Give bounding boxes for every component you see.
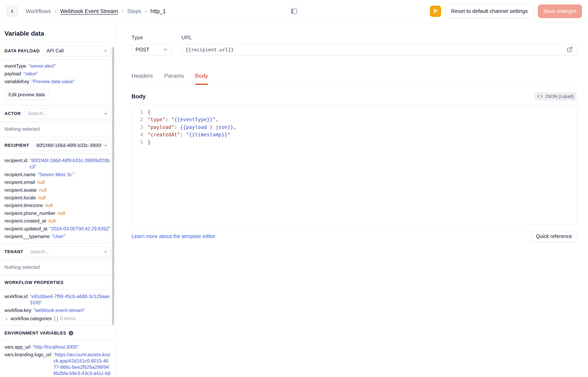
tenant-empty-state: Nothing selected bbox=[0, 260, 116, 275]
variable-row: recipient.email null bbox=[0, 178, 116, 186]
variable-row: recipient.created_at null bbox=[0, 217, 116, 225]
method-selected-value: POST bbox=[136, 47, 150, 53]
info-icon[interactable] bbox=[69, 331, 73, 336]
url-input[interactable]: {{recipient.url}} bbox=[181, 44, 576, 55]
variable-row: eventType "server:alert" bbox=[0, 62, 116, 70]
chevron-down-icon bbox=[104, 112, 108, 116]
variable-data-sidebar: Variable data DATA PAYLOAD API Call even… bbox=[0, 23, 116, 377]
url-label: URL bbox=[181, 35, 576, 41]
breadcrumb-webhook-event-stream[interactable]: Webhook Event Stream bbox=[60, 8, 118, 14]
variable-key: recipient.avatar bbox=[5, 187, 37, 193]
data-payload-select[interactable]: API Call bbox=[43, 46, 111, 56]
variable-key: workflow.id bbox=[5, 294, 28, 300]
data-payload-label: DATA PAYLOAD bbox=[5, 48, 40, 54]
toggle-sidebar-button[interactable] bbox=[288, 6, 300, 17]
variable-value: null bbox=[48, 218, 111, 224]
variable-value: null bbox=[37, 179, 111, 186]
data-payload-variables: eventType "server:alert" payload "value"… bbox=[0, 60, 116, 88]
variable-key: workflow.key bbox=[5, 307, 31, 314]
workflow-variables: workflow.id "e91ddae4-7f99-45cb-a688-3c1… bbox=[0, 290, 116, 317]
code-editor[interactable]: 1{2"type": "{{eventType}}",3"payload": {… bbox=[131, 105, 577, 225]
app-window: Workflows › Webhook Event Stream › Steps… bbox=[0, 0, 588, 377]
variable-key: eventType bbox=[5, 63, 26, 69]
variable-row: variableKey "Preview data value" bbox=[0, 78, 116, 85]
topbar-actions: Ρ Reset to default channel settings Save… bbox=[430, 4, 582, 18]
variable-key: recipient.timezone bbox=[5, 202, 43, 209]
variable-value: "http://localhost:3000" bbox=[33, 344, 111, 350]
variable-row: vars.app_url "http://localhost:3000" bbox=[0, 343, 116, 351]
tab-body[interactable]: Body bbox=[195, 73, 208, 84]
workflow-properties-label: WORKFLOW PROPERTIES bbox=[5, 280, 64, 285]
breadcrumb-separator: › bbox=[122, 8, 123, 14]
variable-key: recipient.updated_at bbox=[5, 226, 47, 232]
chevron-down-icon bbox=[163, 47, 168, 52]
variable-row: workflow.id "e91ddae4-7f99-45cb-a688-3c1… bbox=[0, 293, 116, 306]
variable-row: recipient.phone_number null bbox=[0, 210, 116, 217]
tab-params[interactable]: Params bbox=[164, 73, 184, 84]
workflow-categories-row[interactable]: workflow.categories [ ] 0 items bbox=[0, 315, 116, 325]
variable-key: recipient.locale bbox=[5, 195, 36, 201]
back-button[interactable] bbox=[6, 5, 18, 17]
breadcrumb-workflows[interactable]: Workflows bbox=[26, 8, 51, 14]
request-tabs: Headers Params Body bbox=[131, 73, 577, 84]
external-link-icon[interactable] bbox=[567, 47, 573, 53]
variable-value: null bbox=[38, 195, 111, 201]
variable-row: recipient.updated_at "2024-03-05T00:42:2… bbox=[0, 225, 116, 233]
data-payload-selected-value: API Call bbox=[47, 48, 101, 54]
variable-value: "webhook-event-stream" bbox=[34, 307, 111, 314]
tenant-search-placeholder: Search... bbox=[30, 249, 101, 255]
template-editor-docs-link[interactable]: Learn more about the template editor bbox=[131, 233, 215, 239]
chevron-left-icon bbox=[10, 9, 15, 14]
chevron-down-icon bbox=[104, 143, 108, 148]
environment-variables-header: ENVIRONMENT VARIABLES bbox=[0, 326, 116, 340]
variable-value: "server:alert" bbox=[29, 63, 111, 69]
actor-label: ACTOR bbox=[5, 111, 21, 116]
variable-value: "2024-03-05T00:42:29.839Z" bbox=[49, 226, 111, 232]
variable-key: recipient.__typename bbox=[5, 233, 50, 240]
reset-channel-settings-button[interactable]: Reset to default channel settings bbox=[446, 4, 533, 18]
sidebar-scrollbar[interactable] bbox=[112, 47, 114, 325]
variable-key: vars.branding.logo_url bbox=[5, 352, 51, 358]
code-icon bbox=[538, 94, 543, 98]
variable-row: recipient.timezone null bbox=[0, 202, 116, 210]
step-editor-main: Type POST URL {{recipient.url}} Headers bbox=[116, 23, 588, 377]
categories-count: 0 items bbox=[60, 316, 76, 322]
edit-preview-data-button[interactable]: Edit preview data bbox=[5, 90, 49, 100]
tab-headers[interactable]: Headers bbox=[131, 73, 153, 84]
variable-row: workflow.key "webhook-event-stream" bbox=[0, 307, 116, 314]
url-value: {{recipient.url}} bbox=[185, 47, 234, 53]
actor-section: ACTOR Search... bbox=[0, 105, 116, 122]
variable-value: "User" bbox=[52, 233, 111, 240]
tenant-section: TENANT Search... bbox=[0, 244, 116, 260]
format-badge: JSON (Liquid) bbox=[535, 92, 577, 101]
workflow-properties-header: WORKFLOW PROPERTIES bbox=[0, 275, 116, 290]
variable-key: variableKey bbox=[5, 79, 29, 85]
save-changes-button[interactable]: Save changes bbox=[538, 4, 582, 18]
quick-reference-button[interactable]: Quick reference bbox=[531, 230, 577, 242]
recipient-select[interactable]: 80f1f4bf-166d-48f9-b33c-39009df20bc3 bbox=[33, 140, 111, 151]
actor-search-select[interactable]: Search... bbox=[24, 108, 111, 119]
variable-row: recipient.avatar null bbox=[0, 186, 116, 194]
variable-key: recipient.name bbox=[5, 172, 36, 178]
variable-value: "https://account-assets.knock.app/42d161… bbox=[54, 352, 111, 377]
sidebar-title: Variable data bbox=[0, 23, 116, 42]
method-select[interactable]: POST bbox=[131, 44, 172, 55]
commit-status-icon[interactable]: Ρ bbox=[430, 6, 441, 17]
environment-variables-list: vars.app_url "http://localhost:3000" var… bbox=[0, 341, 116, 377]
tenant-search-select[interactable]: Search... bbox=[27, 247, 111, 257]
variable-row: recipient.__typename "User" bbox=[0, 233, 116, 240]
variable-key: recipient.created_at bbox=[5, 218, 46, 224]
tenant-label: TENANT bbox=[5, 249, 23, 254]
variable-row: recipient.locale null bbox=[0, 194, 116, 201]
categories-brackets: [ ] bbox=[54, 316, 58, 322]
format-badge-label: JSON (Liquid) bbox=[545, 94, 574, 99]
variable-value: "80f1f4bf-166d-48f9-b33c-39009df20bc3" bbox=[30, 157, 111, 170]
chevron-down-icon bbox=[104, 49, 108, 53]
breadcrumb-steps: Steps bbox=[127, 8, 141, 14]
data-payload-section: DATA PAYLOAD API Call bbox=[0, 43, 116, 59]
variable-row: recipient.name "Steven Metz Sr." bbox=[0, 171, 116, 178]
body-section-title: Body bbox=[131, 93, 146, 100]
variable-key: payload bbox=[5, 71, 21, 77]
variable-key: recipient.email bbox=[5, 179, 35, 186]
variable-key: recipient.id bbox=[5, 157, 27, 164]
